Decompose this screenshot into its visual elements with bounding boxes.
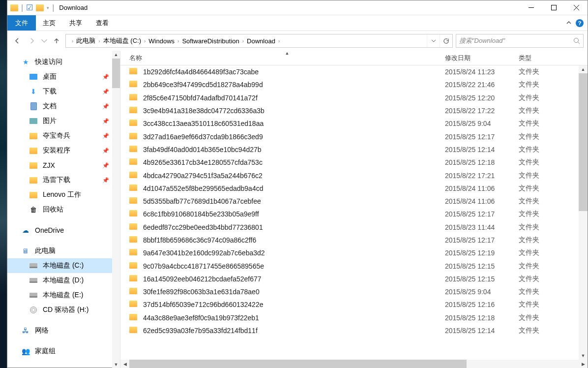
breadcrumb-segment[interactable]: Download [245,37,277,45]
column-name[interactable]: ▲名称 [129,54,445,62]
breadcrumb-segment[interactable]: SoftwareDistribution [180,37,241,45]
search-placeholder: 搜索"Download" [459,36,573,45]
sidebar-label: 迅雷下载 [43,176,70,184]
chevron-right-icon[interactable]: › [97,38,101,44]
chevron-right-icon[interactable]: › [277,38,281,44]
file-row[interactable]: 2bb649ce3f947499cd5d18278a4ab99d2015/8/2… [120,78,588,91]
sidebar-network[interactable]: 🖧网络 [7,323,120,338]
pin-icon: 📌 [102,103,109,110]
ribbon-collapse-button[interactable] [566,19,572,28]
folder-icon [29,176,38,184]
file-row[interactable]: 1b292d6fcf4a4d84664489f3ac73cabe2015/8/2… [120,65,588,78]
scroll-thumb[interactable] [112,59,120,88]
scroll-right-icon[interactable]: ▶ [579,360,588,368]
sidebar-item[interactable]: Lenovo 工作 [7,187,120,202]
file-row[interactable]: 30fe1fe892f98c063b3a1e631da78ae02015/8/2… [120,285,588,298]
scroll-thumb[interactable] [579,73,588,211]
horizontal-scrollbar[interactable]: ◀ ▶ [120,360,588,368]
file-row[interactable]: 16a145092eeb046212bcdaefa52ef6772015/8/2… [120,273,588,285]
sidebar-drive[interactable]: 本地磁盘 (C:) [7,258,120,273]
pin-icon: 📌 [102,177,109,184]
sidebar-item[interactable]: 图片📌 [7,114,120,128]
sidebar-onedrive[interactable]: ☁OneDrive [7,223,120,238]
file-row[interactable]: 6c8c1fbb910680184b5e233b05a9e9ff2015/8/2… [120,208,588,220]
crumb-sep[interactable]: › [71,38,74,44]
file-date: 2015/8/25 12:19 [445,249,519,257]
help-icon[interactable]: ? [576,19,584,27]
recent-dropdown[interactable] [41,35,48,47]
sidebar-item[interactable]: ⬇下载📌 [7,84,120,99]
sidebar-item[interactable]: ZJX📌 [7,158,120,173]
address-bar[interactable]: › 此电脑›本地磁盘 (C:)›Windows›SoftwareDistribu… [65,34,453,48]
ribbon-tab[interactable]: 主页 [36,15,62,31]
scroll-down-icon[interactable]: ▼ [112,361,120,368]
scroll-up-icon[interactable]: ▲ [112,51,120,59]
scroll-down-icon[interactable]: ▼ [579,352,588,360]
file-row[interactable]: 3d27ad16ae9ef66d37cda9b1866c3ed92015/8/2… [120,130,588,143]
file-date: 2015/8/22 17:21 [445,172,519,180]
file-tab[interactable]: 文件 [7,15,36,31]
file-row[interactable]: 4d1047a552e5f8be299565edadb9a4cd2015/8/2… [120,182,588,195]
sidebar-drive[interactable]: 本地磁盘 (D:) [7,273,120,288]
file-row[interactable]: 3cc438cc13aea3510118c60531ed18aa2015/8/2… [120,117,588,130]
nav-pane: ★快速访问 桌面📌⬇下载📌文档📌图片📌夺宝奇兵📌安装程序📌ZJX📌迅雷下载📌Le… [7,51,120,368]
qat-sep: | [21,3,23,12]
up-button[interactable] [51,35,62,47]
app-icon [10,4,18,11]
file-row[interactable]: 3fab49df40ad0d014b365e10bc94d27b2015/8/2… [120,143,588,156]
file-row[interactable]: 8bbf1f8b659686c36c974c09a86c2ff62015/8/2… [120,234,588,246]
sidebar-item[interactable]: 夺宝奇兵📌 [7,128,120,143]
file-row[interactable]: 2f85c6e47150bfd74adafbd70141a72f2015/8/2… [120,92,588,104]
file-row[interactable]: 6ededf87cc29be0eed3b4bbd772368012015/8/2… [120,221,588,234]
column-type[interactable]: 类型 [519,54,588,62]
file-row[interactable]: 3c9e4b941a318e38dc04772cd6336a3b2015/8/2… [120,104,588,117]
maximize-button[interactable] [542,0,565,15]
sidebar-this-pc[interactable]: 🖥此电脑 [7,244,120,258]
sidebar-drive[interactable]: 本地磁盘 (E:) [7,288,120,303]
sidebar-item[interactable]: 桌面📌 [7,69,120,84]
ribbon-tab[interactable]: 查看 [89,15,116,31]
qat-newfolder-icon[interactable] [36,4,44,11]
file-date: 2015/8/24 11:23 [445,68,519,76]
sidebar-quick-access[interactable]: ★快速访问 [7,55,120,69]
file-row[interactable]: 37d514bf65039e712c96bd660132422e2015/8/2… [120,298,588,311]
scroll-left-icon[interactable]: ◀ [120,360,129,368]
file-row[interactable]: 62ed5c939a03fe7b95a33fd214fbd11f2015/8/2… [120,324,588,337]
file-row[interactable]: 44a3c88e9ae3ef8f0c9a19b973f22eb12015/8/2… [120,311,588,324]
qat-properties-icon[interactable]: ☑ [26,3,33,12]
ribbon-tab[interactable]: 共享 [62,15,89,31]
column-date[interactable]: 修改日期 [445,54,519,62]
file-row[interactable]: 9c07b9a4cbcc418717455e866589565e2015/8/2… [120,259,588,272]
file-name: 8bbf1f8b659686c36c974c09a86c2ff6 [143,236,445,244]
close-button[interactable] [565,0,588,15]
chevron-right-icon[interactable]: › [241,38,245,44]
qat-dropdown-icon[interactable]: ▾ [47,5,49,10]
file-row[interactable]: 9a647e3041b2e160dc992ab7c6eba3d22015/8/2… [120,246,588,259]
back-button[interactable] [11,35,23,47]
file-name: 30fe1fe892f98c063b3a1e631da78ae0 [143,288,445,296]
minimize-button[interactable] [520,0,542,15]
file-type: 文件夹 [519,326,588,335]
breadcrumb-segment[interactable]: Windows [147,37,176,45]
forward-button[interactable] [26,35,38,47]
sidebar-item[interactable]: 文档📌 [7,99,120,114]
sidebar-item[interactable]: 迅雷下载📌 [7,173,120,187]
sidebar-homegroup[interactable]: 👥家庭组 [7,344,120,359]
scroll-thumb[interactable] [129,360,467,368]
search-box[interactable]: 搜索"Download" [456,34,584,48]
sidebar-drive[interactable]: CD 驱动器 (H:) [7,303,120,317]
sidebar-item[interactable]: 安装程序📌 [7,143,120,158]
scroll-up-icon[interactable]: ▲ [579,65,588,73]
chevron-right-icon[interactable]: › [176,38,180,44]
file-row[interactable]: 5d5355bafb77c7689d1b4067a7cebfee2015/8/2… [120,195,588,208]
breadcrumb-segment[interactable]: 本地磁盘 (C:) [101,36,143,45]
breadcrumb-segment[interactable]: 此电脑 [74,36,97,45]
sidebar-item[interactable]: 🗑回收站 [7,202,120,217]
sidebar-scrollbar[interactable]: ▲ ▼ [112,51,120,368]
file-row[interactable]: 4b9265e33617cb34e1280557cfda753c2015/8/2… [120,156,588,169]
refresh-button[interactable] [440,34,452,47]
chevron-right-icon[interactable]: › [143,38,147,44]
vertical-scrollbar[interactable]: ▲ ▼ [579,65,588,360]
file-row[interactable]: 4bdca42790a2794c51f3a5a244b676c22015/8/2… [120,169,588,182]
address-dropdown[interactable] [427,34,440,47]
